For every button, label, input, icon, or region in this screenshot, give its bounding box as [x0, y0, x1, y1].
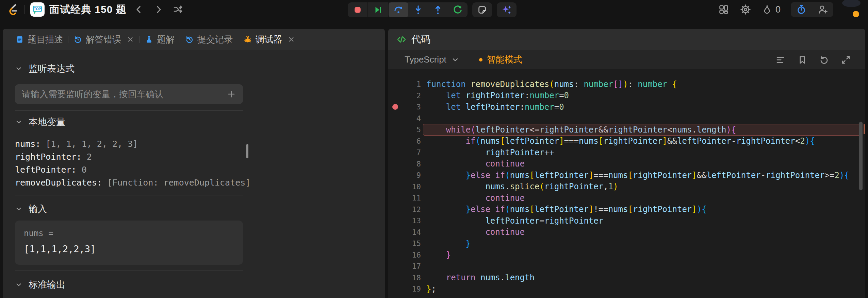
study-plan-icon[interactable]: TOP [30, 2, 45, 17]
code-line-9[interactable]: 9 }else if(nums[leftPointer]===nums[righ… [388, 170, 865, 181]
tab-debugger[interactable]: 调试器 [238, 34, 300, 46]
premium-badge-icon [852, 10, 860, 18]
input-section-header[interactable]: 输入 [15, 204, 243, 214]
doc-icon [15, 35, 24, 44]
chevron-down-icon [15, 65, 22, 72]
code-text: let leftPointer:number=0 [426, 102, 564, 112]
step-over-button[interactable] [389, 2, 408, 17]
breakpoint-dot[interactable] [392, 104, 398, 110]
chevron-down-icon [451, 56, 459, 64]
code-text: rightPointer++ [426, 148, 554, 157]
input-section-title: 输入 [29, 203, 47, 215]
format-code-icon[interactable] [775, 55, 786, 65]
stdout-section-title: 标准输出 [29, 279, 65, 291]
daily-streak[interactable]: 0 [761, 4, 781, 15]
locals-section-header[interactable]: 本地变量 [15, 117, 243, 127]
continue-button[interactable] [368, 2, 389, 17]
code-panel-title: 代码 [411, 33, 430, 46]
code-line-10[interactable]: 10 nums.splice(rightPointer,1) [388, 181, 865, 193]
breakpoint-gutter[interactable] [388, 104, 402, 110]
notes-button[interactable] [472, 2, 492, 17]
plus-icon[interactable] [227, 89, 236, 99]
leetcode-debugger-page: TOP 面试经典 150 题 [0, 0, 868, 298]
code-text: nums.splice(rightPointer,1) [426, 182, 618, 191]
layout-grid-icon[interactable] [718, 4, 730, 15]
language-selector[interactable]: TypeScript [405, 54, 459, 65]
code-panel-header: 代码 [388, 29, 865, 50]
settings-gear-icon[interactable] [740, 4, 751, 15]
watch-section-header[interactable]: 监听表达式 [15, 63, 243, 74]
code-line-1[interactable]: 1function removeDuplicates(nums: number[… [388, 78, 865, 90]
tab-submissions[interactable]: 提交记录 [180, 34, 238, 46]
divider [15, 270, 243, 270]
tab-label: 提交记录 [197, 34, 233, 46]
editor-scrollbar[interactable] [859, 122, 863, 190]
reset-code-icon[interactable] [819, 55, 829, 65]
stdout-section-header[interactable]: 标准输出 [15, 279, 243, 290]
tab-solutions[interactable]: 题解 [140, 34, 180, 46]
code-line-18[interactable]: 18 return nums.length [388, 272, 865, 284]
code-line-19[interactable]: 19}; [388, 283, 865, 295]
leetcode-logo-icon[interactable] [7, 3, 19, 16]
watch-section-title: 监听表达式 [29, 63, 75, 75]
watch-expression-input[interactable]: 请输入需要监听的变量，按回车确认 [15, 84, 243, 104]
code-line-8[interactable]: 8 continue [388, 158, 865, 170]
code-line-4[interactable]: 4 [388, 113, 865, 124]
code-line-3[interactable]: 3 let leftPointer:number=0 [388, 101, 865, 113]
variable-row[interactable]: rightPointer: 2 [15, 151, 243, 163]
variable-value: [1, 1, 1, 2, 2, 3] [46, 139, 138, 149]
history-icon [73, 35, 82, 44]
testcase-param-value[interactable]: [1,1,1,2,2,3] [24, 244, 234, 254]
code-line-6[interactable]: 6 if(nums[leftPointer]===nums[rightPoint… [388, 136, 865, 147]
variable-name: nums: [15, 139, 46, 149]
code-line-17[interactable]: 17 [388, 261, 865, 272]
code-line-12[interactable]: 12 }else if(nums[leftPointer]!==nums[rig… [388, 204, 865, 215]
testcase-input-card[interactable]: nums = [1,1,1,2,2,3] [15, 221, 243, 265]
variable-name: removeDuplicates: [15, 178, 107, 188]
variable-row[interactable]: removeDuplicates: [Function: removeDupli… [15, 176, 243, 189]
tab-problem-description[interactable]: 题目描述 [10, 34, 68, 46]
study-plan-title[interactable]: 面试经典 150 题 [49, 3, 127, 17]
session-tools [791, 2, 833, 17]
line-number: 4 [402, 114, 421, 123]
code-text: if(nums[leftPointer]===nums[rightPointer… [426, 136, 815, 146]
variable-row[interactable]: leftPointer: 0 [15, 163, 243, 176]
code-text: }else if(nums[leftPointer]===nums[rightP… [426, 171, 849, 180]
code-line-14[interactable]: 14 continue [388, 227, 865, 238]
previous-question-button[interactable] [131, 2, 146, 17]
timer-button[interactable] [791, 2, 812, 17]
bookmark-icon[interactable] [797, 55, 807, 65]
code-line-2[interactable]: 2 let rightPointer:number=0 [388, 90, 865, 102]
ai-assistant-button[interactable] [497, 2, 517, 17]
random-question-icon[interactable] [171, 2, 186, 17]
avatar[interactable] [844, 2, 859, 17]
editor-toolbar: TypeScript 智能模式 [388, 50, 865, 69]
invite-user-button[interactable] [812, 2, 833, 17]
code-text: }; [426, 284, 436, 294]
variable-row[interactable]: nums: [1, 1, 1, 2, 2, 3] [15, 138, 243, 151]
smart-mode-toggle[interactable]: 智能模式 [479, 54, 522, 66]
stop-button[interactable] [348, 2, 368, 17]
code-text: let rightPointer:number=0 [426, 91, 569, 100]
fullscreen-icon[interactable] [841, 55, 851, 65]
code-line-15[interactable]: 15 } [388, 238, 865, 249]
close-icon[interactable] [127, 36, 134, 43]
step-into-button[interactable] [408, 2, 428, 17]
code-line-16[interactable]: 16 } [388, 249, 865, 261]
code-line-11[interactable]: 11 continue [388, 192, 865, 204]
line-number: 13 [402, 216, 421, 225]
locals-section-title: 本地变量 [29, 116, 65, 128]
code-editor[interactable]: 1function removeDuplicates(nums: number[… [388, 69, 865, 298]
left-panel-tab-bar: 题目描述解答错误题解提交记录调试器 [3, 29, 385, 50]
left-panel-scrollbar[interactable] [246, 144, 248, 158]
restart-button[interactable] [448, 2, 468, 17]
line-number: 8 [402, 160, 421, 168]
next-question-button[interactable] [151, 2, 166, 17]
tab-wrong-answer[interactable]: 解答错误 [68, 34, 139, 46]
code-line-7[interactable]: 7 rightPointer++ [388, 147, 865, 158]
code-line-13[interactable]: 13 leftPointer=rightPointer [388, 215, 865, 227]
close-icon[interactable] [288, 36, 295, 43]
code-line-5[interactable]: 5 while(leftPointer<=rightPointer&&right… [388, 124, 865, 136]
chevron-down-icon [15, 205, 22, 213]
step-out-button[interactable] [428, 2, 448, 17]
